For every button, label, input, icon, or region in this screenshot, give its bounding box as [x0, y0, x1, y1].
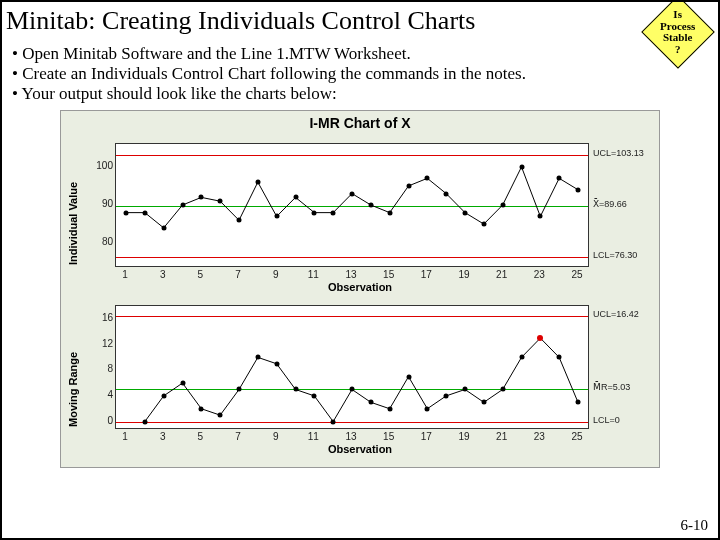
plot-area-1	[115, 143, 589, 267]
xticks-2: 135791113151719212325	[115, 431, 589, 443]
x-axis-label-2: Observation	[63, 443, 657, 455]
bullet-3: • Your output should look like the chart…	[12, 84, 710, 104]
page-number: 6-10	[681, 517, 709, 534]
page-title: Minitab: Creating Individuals Control Ch…	[6, 6, 718, 36]
right-labels-1: UCL=103.13X̄=89.66LCL=76.30	[593, 143, 657, 267]
instruction-list: • Open Minitab Software and the Line 1.M…	[12, 44, 710, 104]
xticks-1: 135791113151719212325	[115, 269, 589, 281]
callout-l4: ?	[660, 44, 695, 56]
yticks-2: 0481216	[83, 305, 113, 429]
right-labels-2: UCL=16.42M̄R=5.03LCL=0	[593, 305, 657, 429]
y-axis-label-1: Individual Value	[67, 182, 79, 265]
yticks-1: 8090100	[83, 143, 113, 267]
x-axis-label-1: Observation	[63, 281, 657, 293]
y-axis-label-2: Moving Range	[67, 352, 79, 427]
moving-range-chart-panel: Moving Range 0481216 UCL=16.42M̄R=5.03LC…	[63, 299, 657, 461]
chart-title: I-MR Chart of X	[63, 115, 657, 131]
plot-area-2	[115, 305, 589, 429]
bullet-2: • Create an Individuals Control Chart fo…	[12, 64, 710, 84]
individuals-chart-panel: Individual Value 8090100 UCL=103.13X̄=89…	[63, 135, 657, 295]
imr-chart: I-MR Chart of X Individual Value 8090100…	[60, 110, 660, 468]
bullet-1: • Open Minitab Software and the Line 1.M…	[12, 44, 710, 64]
